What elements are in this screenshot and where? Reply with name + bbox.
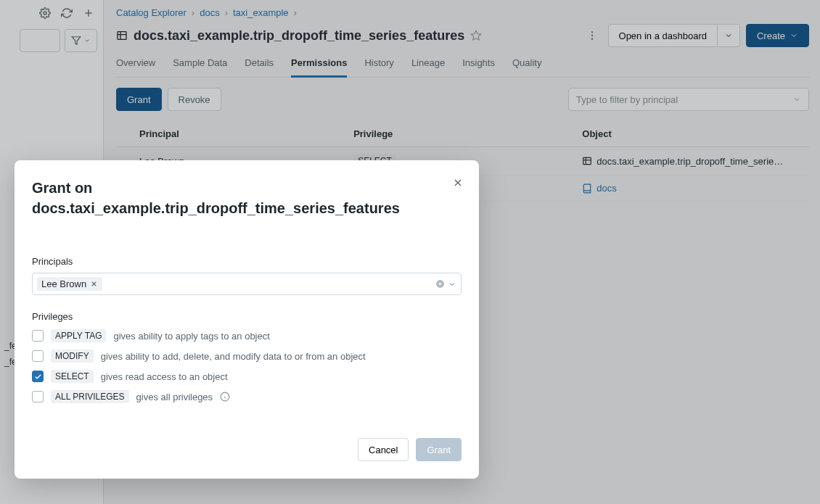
principals-input[interactable]: Lee Brown [32, 273, 462, 295]
checkbox[interactable] [32, 391, 44, 402]
tag-remove-icon[interactable] [90, 280, 98, 288]
modal-grant-button[interactable]: Grant [416, 438, 462, 461]
privilege-name: MODIFY [51, 350, 94, 363]
privilege-desc: gives ability to apply tags to an object [113, 331, 269, 342]
checkbox[interactable] [32, 371, 44, 382]
privileges-label: Privileges [32, 311, 462, 322]
cancel-button[interactable]: Cancel [358, 438, 409, 461]
privilege-desc: gives all privileges [136, 392, 213, 402]
modal-title: Grant on docs.taxi_example.trip_dropoff_… [32, 178, 462, 218]
grant-modal: Grant on docs.taxi_example.trip_dropoff_… [15, 160, 479, 479]
clear-icon[interactable] [435, 279, 445, 289]
privilege-row-modify: MODIFY gives ability to add, delete, and… [32, 350, 462, 363]
close-icon[interactable] [450, 175, 466, 191]
privilege-row-select: SELECT gives read access to an object [32, 370, 462, 383]
privilege-desc: gives ability to add, delete, and modify… [101, 351, 366, 362]
privilege-name: ALL PRIVILEGES [51, 390, 129, 403]
principals-label: Principals [32, 256, 462, 267]
info-icon[interactable] [220, 392, 230, 402]
checkbox[interactable] [32, 330, 44, 342]
privilege-name: SELECT [51, 370, 94, 383]
chevron-down-icon[interactable] [448, 280, 456, 289]
privilege-name: APPLY TAG [51, 329, 106, 342]
privilege-row-all: ALL PRIVILEGES gives all privileges [32, 390, 462, 403]
privilege-row-apply-tag: APPLY TAG gives ability to apply tags to… [32, 329, 462, 342]
principal-tag: Lee Brown [37, 277, 102, 291]
privilege-desc: gives read access to an object [101, 371, 228, 382]
checkbox[interactable] [32, 350, 44, 362]
